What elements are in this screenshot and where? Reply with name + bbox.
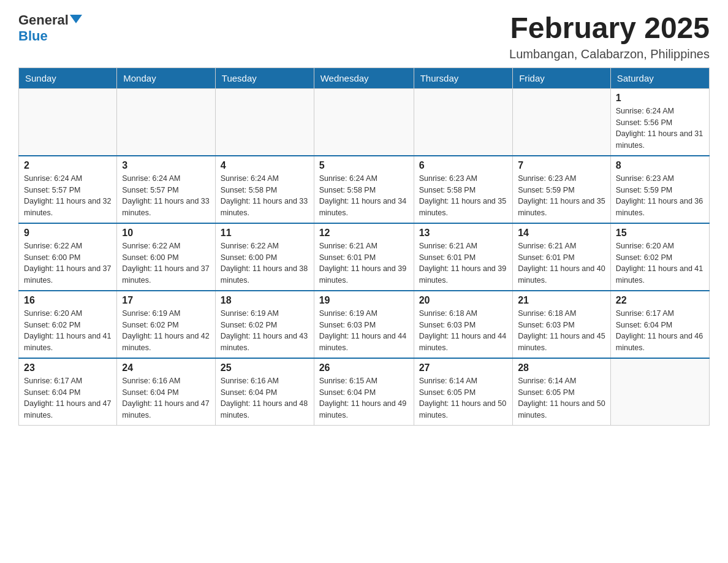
- calendar-day-cell: 17Sunrise: 6:19 AMSunset: 6:02 PMDayligh…: [117, 291, 216, 358]
- calendar-day-cell: 25Sunrise: 6:16 AMSunset: 6:04 PMDayligh…: [215, 358, 314, 426]
- day-number: 25: [221, 362, 309, 373]
- calendar-day-cell: 18Sunrise: 6:19 AMSunset: 6:02 PMDayligh…: [215, 291, 314, 358]
- calendar-day-cell: 27Sunrise: 6:14 AMSunset: 6:05 PMDayligh…: [414, 358, 512, 426]
- calendar-day-cell: 26Sunrise: 6:15 AMSunset: 6:04 PMDayligh…: [314, 358, 414, 426]
- day-number: 11: [221, 228, 309, 239]
- day-number: 1: [616, 93, 704, 104]
- calendar-day-cell: 1Sunrise: 6:24 AMSunset: 5:56 PMDaylight…: [610, 88, 709, 156]
- day-info: Sunrise: 6:23 AMSunset: 5:58 PMDaylight:…: [419, 173, 507, 219]
- day-number: 17: [122, 295, 210, 306]
- calendar-day-cell: 23Sunrise: 6:17 AMSunset: 6:04 PMDayligh…: [19, 358, 117, 426]
- day-info: Sunrise: 6:21 AMSunset: 6:01 PMDaylight:…: [518, 240, 605, 286]
- day-number: 26: [319, 362, 409, 373]
- calendar-day-cell: 10Sunrise: 6:22 AMSunset: 6:00 PMDayligh…: [117, 223, 216, 291]
- calendar-day-cell: 15Sunrise: 6:20 AMSunset: 6:02 PMDayligh…: [610, 223, 709, 291]
- calendar-day-cell: 11Sunrise: 6:22 AMSunset: 6:00 PMDayligh…: [215, 223, 314, 291]
- day-number: 18: [221, 295, 309, 306]
- weekday-header-wednesday: Wednesday: [314, 67, 414, 88]
- calendar-day-cell: 8Sunrise: 6:23 AMSunset: 5:59 PMDaylight…: [610, 156, 709, 223]
- day-number: 3: [122, 160, 210, 171]
- day-number: 13: [419, 228, 507, 239]
- day-info: Sunrise: 6:14 AMSunset: 6:05 PMDaylight:…: [419, 375, 507, 421]
- day-number: 24: [122, 362, 210, 373]
- logo: General Blue: [18, 12, 82, 44]
- weekday-header-tuesday: Tuesday: [215, 67, 314, 88]
- day-info: Sunrise: 6:24 AMSunset: 5:58 PMDaylight:…: [319, 173, 409, 219]
- day-info: Sunrise: 6:21 AMSunset: 6:01 PMDaylight:…: [419, 240, 507, 286]
- day-number: 14: [518, 228, 605, 239]
- weekday-header-saturday: Saturday: [610, 67, 709, 88]
- day-number: 9: [24, 228, 112, 239]
- calendar-day-cell: 24Sunrise: 6:16 AMSunset: 6:04 PMDayligh…: [117, 358, 216, 426]
- calendar-week-row: 1Sunrise: 6:24 AMSunset: 5:56 PMDaylight…: [19, 88, 710, 156]
- day-info: Sunrise: 6:23 AMSunset: 5:59 PMDaylight:…: [616, 173, 704, 219]
- calendar-day-cell: [414, 88, 512, 156]
- day-number: 5: [319, 160, 409, 171]
- day-number: 23: [24, 362, 112, 373]
- calendar-table: SundayMondayTuesdayWednesdayThursdayFrid…: [18, 67, 710, 426]
- calendar-day-cell: 13Sunrise: 6:21 AMSunset: 6:01 PMDayligh…: [414, 223, 512, 291]
- calendar-day-cell: 16Sunrise: 6:20 AMSunset: 6:02 PMDayligh…: [19, 291, 117, 358]
- day-info: Sunrise: 6:24 AMSunset: 5:57 PMDaylight:…: [122, 173, 210, 219]
- weekday-header-row: SundayMondayTuesdayWednesdayThursdayFrid…: [19, 67, 710, 88]
- calendar-day-cell: 22Sunrise: 6:17 AMSunset: 6:04 PMDayligh…: [610, 291, 709, 358]
- day-number: 28: [518, 362, 605, 373]
- calendar-day-cell: [610, 358, 709, 426]
- day-info: Sunrise: 6:24 AMSunset: 5:56 PMDaylight:…: [616, 105, 704, 151]
- calendar-day-cell: 7Sunrise: 6:23 AMSunset: 5:59 PMDaylight…: [513, 156, 611, 223]
- weekday-header-monday: Monday: [117, 67, 216, 88]
- day-number: 10: [122, 228, 210, 239]
- day-number: 22: [616, 295, 704, 306]
- calendar-day-cell: [513, 88, 611, 156]
- day-number: 20: [419, 295, 507, 306]
- calendar-day-cell: [117, 88, 216, 156]
- day-info: Sunrise: 6:18 AMSunset: 6:03 PMDaylight:…: [518, 308, 605, 354]
- day-info: Sunrise: 6:22 AMSunset: 6:00 PMDaylight:…: [122, 240, 210, 286]
- day-info: Sunrise: 6:17 AMSunset: 6:04 PMDaylight:…: [24, 375, 112, 421]
- day-info: Sunrise: 6:24 AMSunset: 5:58 PMDaylight:…: [221, 173, 309, 219]
- day-info: Sunrise: 6:19 AMSunset: 6:02 PMDaylight:…: [122, 308, 210, 354]
- weekday-header-friday: Friday: [513, 67, 611, 88]
- calendar-day-cell: 20Sunrise: 6:18 AMSunset: 6:03 PMDayligh…: [414, 291, 512, 358]
- calendar-day-cell: 3Sunrise: 6:24 AMSunset: 5:57 PMDaylight…: [117, 156, 216, 223]
- day-number: 15: [616, 228, 704, 239]
- calendar-day-cell: [215, 88, 314, 156]
- day-info: Sunrise: 6:20 AMSunset: 6:02 PMDaylight:…: [616, 240, 704, 286]
- calendar-day-cell: [19, 88, 117, 156]
- calendar-day-cell: 9Sunrise: 6:22 AMSunset: 6:00 PMDaylight…: [19, 223, 117, 291]
- day-info: Sunrise: 6:15 AMSunset: 6:04 PMDaylight:…: [319, 375, 409, 421]
- calendar-day-cell: 12Sunrise: 6:21 AMSunset: 6:01 PMDayligh…: [314, 223, 414, 291]
- day-number: 16: [24, 295, 112, 306]
- logo-general-text: General: [18, 12, 69, 28]
- title-block: February 2025 Lumbangan, Calabarzon, Phi…: [509, 12, 710, 61]
- calendar-week-row: 9Sunrise: 6:22 AMSunset: 6:00 PMDaylight…: [19, 223, 710, 291]
- calendar-day-cell: 19Sunrise: 6:19 AMSunset: 6:03 PMDayligh…: [314, 291, 414, 358]
- day-number: 27: [419, 362, 507, 373]
- logo-blue-text: Blue: [18, 28, 48, 44]
- day-number: 8: [616, 160, 704, 171]
- day-info: Sunrise: 6:14 AMSunset: 6:05 PMDaylight:…: [518, 375, 605, 421]
- page-header: General Blue February 2025 Lumbangan, Ca…: [18, 12, 710, 61]
- calendar-day-cell: [314, 88, 414, 156]
- month-title: February 2025: [509, 12, 710, 45]
- day-number: 6: [419, 160, 507, 171]
- day-info: Sunrise: 6:19 AMSunset: 6:03 PMDaylight:…: [319, 308, 409, 354]
- day-info: Sunrise: 6:16 AMSunset: 6:04 PMDaylight:…: [122, 375, 210, 421]
- day-info: Sunrise: 6:19 AMSunset: 6:02 PMDaylight:…: [221, 308, 309, 354]
- day-number: 2: [24, 160, 112, 171]
- day-info: Sunrise: 6:20 AMSunset: 6:02 PMDaylight:…: [24, 308, 112, 354]
- calendar-week-row: 16Sunrise: 6:20 AMSunset: 6:02 PMDayligh…: [19, 291, 710, 358]
- weekday-header-sunday: Sunday: [19, 67, 117, 88]
- calendar-day-cell: 2Sunrise: 6:24 AMSunset: 5:57 PMDaylight…: [19, 156, 117, 223]
- day-info: Sunrise: 6:21 AMSunset: 6:01 PMDaylight:…: [319, 240, 409, 286]
- calendar-day-cell: 6Sunrise: 6:23 AMSunset: 5:58 PMDaylight…: [414, 156, 512, 223]
- day-number: 4: [221, 160, 309, 171]
- location-text: Lumbangan, Calabarzon, Philippines: [509, 47, 710, 61]
- calendar-day-cell: 4Sunrise: 6:24 AMSunset: 5:58 PMDaylight…: [215, 156, 314, 223]
- calendar-day-cell: 28Sunrise: 6:14 AMSunset: 6:05 PMDayligh…: [513, 358, 611, 426]
- day-number: 19: [319, 295, 409, 306]
- calendar-day-cell: 5Sunrise: 6:24 AMSunset: 5:58 PMDaylight…: [314, 156, 414, 223]
- day-info: Sunrise: 6:17 AMSunset: 6:04 PMDaylight:…: [616, 308, 704, 354]
- calendar-day-cell: 21Sunrise: 6:18 AMSunset: 6:03 PMDayligh…: [513, 291, 611, 358]
- day-info: Sunrise: 6:16 AMSunset: 6:04 PMDaylight:…: [221, 375, 309, 421]
